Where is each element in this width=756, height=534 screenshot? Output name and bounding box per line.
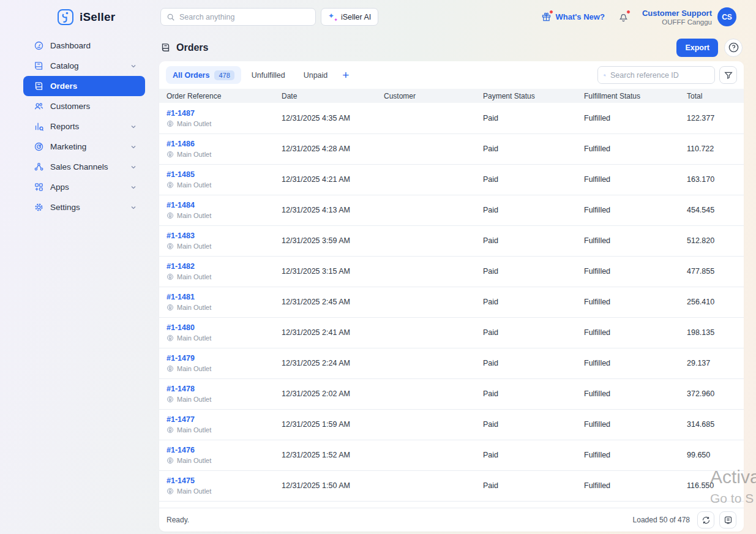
outlet-label: Main Outlet [177, 212, 211, 219]
iseller-ai-button[interactable]: ✦✦ iSeller AI [321, 8, 378, 26]
log-button[interactable] [719, 511, 736, 528]
outlet-icon [167, 304, 174, 311]
notifications-bell-icon[interactable] [618, 12, 629, 22]
global-search[interactable] [160, 8, 316, 26]
order-reference-link[interactable]: #1-1482 [167, 262, 269, 271]
table-row[interactable]: #1-1485 Main Outlet 12/31/2025 4:21 AM P… [159, 164, 744, 195]
table-row[interactable]: #1-1478 Main Outlet 12/31/2025 2:02 AM P… [159, 378, 744, 409]
order-reference-link[interactable]: #1-1485 [167, 170, 269, 179]
sidebar-item-dashboard[interactable]: Dashboard [23, 36, 145, 56]
order-reference-link[interactable]: #1-1478 [167, 385, 269, 393]
sidebar-item-reports[interactable]: Reports [23, 116, 145, 137]
order-reference-link[interactable]: #1-1475 [167, 476, 269, 485]
tab-unpaid[interactable]: Unpaid [296, 71, 336, 80]
catalog-icon [34, 61, 44, 71]
order-date: 12/31/2025 1:59 AM [275, 409, 378, 440]
sidebar-item-marketing[interactable]: Marketing [23, 137, 145, 157]
table-row[interactable]: #1-1479 Main Outlet 12/31/2025 2:24 AM P… [159, 348, 744, 378]
table-row[interactable]: #1-1477 Main Outlet 12/31/2025 1:59 AM P… [159, 409, 744, 440]
order-total: 116.550 [681, 470, 744, 501]
help-button[interactable] [724, 39, 743, 57]
table-row[interactable]: #1-1475 Main Outlet 12/31/2025 1:50 AM P… [159, 470, 744, 501]
table-row[interactable]: #1-1480 Main Outlet 12/31/2025 2:41 AM P… [159, 317, 744, 348]
order-customer [378, 103, 477, 134]
order-reference-link[interactable]: #1-1477 [167, 415, 269, 424]
export-button[interactable]: Export [676, 39, 718, 57]
order-customer [378, 287, 477, 317]
sales-channels-icon [34, 162, 44, 172]
outlet-label: Main Outlet [177, 487, 211, 495]
table-row[interactable]: #1-1487 Main Outlet 12/31/2025 4:35 AM P… [159, 103, 744, 134]
orders-table-body: #1-1487 Main Outlet 12/31/2025 4:35 AM P… [159, 103, 744, 501]
all-orders-count-badge: 478 [214, 70, 234, 80]
fulfillment-status: Fulfilled [578, 378, 681, 409]
search-icon [167, 13, 175, 21]
sidebar-item-sales-channels[interactable]: Sales Channels [23, 157, 145, 177]
order-date: 12/31/2025 4:21 AM [275, 164, 378, 195]
order-reference-link[interactable]: #1-1487 [167, 109, 269, 118]
order-total: 477.855 [681, 256, 744, 287]
fulfillment-status: Fulfilled [578, 103, 681, 134]
fulfillment-status: Fulfilled [578, 287, 681, 317]
fulfillment-status: Fulfilled [578, 164, 681, 195]
table-row[interactable]: #1-1476 Main Outlet 12/31/2025 1:52 AM P… [159, 440, 744, 470]
table-header-row: Order Reference Date Customer Payment St… [159, 89, 744, 103]
outlet-icon [167, 243, 174, 250]
order-total: 110.722 [681, 134, 744, 164]
chevron-down-icon [130, 204, 137, 211]
table-row[interactable]: #1-1483 Main Outlet 12/31/2025 3:59 AM P… [159, 225, 744, 256]
iseller-logo-icon [57, 9, 74, 26]
tab-all-orders[interactable]: All Orders 478 [166, 66, 241, 84]
sidebar-item-settings[interactable]: Settings [23, 197, 145, 217]
outlet-label: Main Outlet [177, 457, 211, 464]
order-reference-link[interactable]: #1-1476 [167, 446, 269, 454]
refresh-button[interactable] [697, 511, 714, 528]
avatar[interactable]: CS [717, 7, 736, 26]
tab-unfulfilled[interactable]: Unfulfilled [244, 71, 293, 80]
sidebar-item-orders[interactable]: Orders [23, 76, 145, 96]
log-icon [724, 516, 733, 525]
table-row[interactable]: #1-1482 Main Outlet 12/31/2025 3:15 AM P… [159, 256, 744, 287]
reference-search[interactable] [597, 66, 715, 84]
order-reference-link[interactable]: #1-1481 [167, 293, 269, 301]
order-reference-link[interactable]: #1-1479 [167, 354, 269, 363]
funnel-icon [724, 70, 733, 80]
col-total: Total [681, 89, 744, 103]
outlet-label: Main Outlet [177, 304, 211, 311]
user-menu[interactable]: Customer Support OUFFF Canggu CS [642, 7, 736, 26]
col-customer: Customer [378, 89, 477, 103]
sidebar-item-apps[interactable]: Apps [23, 177, 145, 197]
sidebar-item-catalog[interactable]: Catalog [23, 56, 145, 76]
apps-icon [34, 182, 44, 192]
order-total: 256.410 [681, 287, 744, 317]
status-bar: Ready. Loaded 50 of 478 [159, 508, 744, 532]
table-row[interactable]: #1-1486 Main Outlet 12/31/2025 4:28 AM P… [159, 134, 744, 164]
marketing-icon [34, 141, 44, 152]
order-reference-link[interactable]: #1-1486 [167, 140, 269, 148]
customers-icon [34, 101, 44, 111]
order-reference-link[interactable]: #1-1480 [167, 323, 269, 332]
order-customer [378, 164, 477, 195]
outlet-icon [167, 151, 174, 158]
chevron-down-icon [130, 184, 137, 191]
col-date: Date [275, 89, 378, 103]
table-row[interactable]: #1-1481 Main Outlet 12/31/2025 2:45 AM P… [159, 287, 744, 317]
outlet-icon [167, 181, 174, 189]
search-icon [604, 71, 606, 80]
fulfillment-status: Fulfilled [578, 470, 681, 501]
brand-logo[interactable]: iSeller [57, 9, 115, 26]
reference-search-input[interactable] [610, 71, 709, 80]
table-row[interactable]: #1-1484 Main Outlet 12/31/2025 4:13 AM P… [159, 195, 744, 225]
order-total: 29.137 [681, 348, 744, 378]
filter-button[interactable] [719, 66, 737, 84]
global-search-input[interactable] [179, 13, 310, 21]
order-date: 12/31/2025 3:59 AM [275, 225, 378, 256]
sidebar-item-customers[interactable]: Customers [23, 96, 145, 116]
order-reference-link[interactable]: #1-1483 [167, 231, 269, 240]
order-reference-link[interactable]: #1-1484 [167, 201, 269, 209]
order-customer [378, 470, 477, 501]
payment-status: Paid [477, 225, 578, 256]
outlet-label: Main Outlet [177, 243, 211, 250]
whats-new-link[interactable]: What's New? [541, 12, 605, 22]
add-tab-button[interactable]: + [338, 69, 353, 82]
